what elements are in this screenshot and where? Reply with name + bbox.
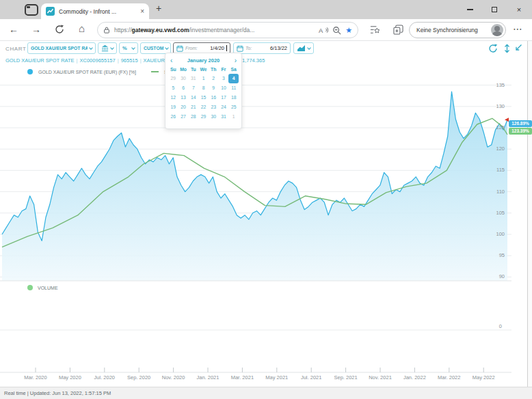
window-minimize-button[interactable] bbox=[460, 3, 480, 16]
calendar-day[interactable]: 21 bbox=[188, 102, 198, 112]
browser-menu-icon[interactable]: ⋯ bbox=[513, 22, 522, 36]
tab-title: Commodity - Infront ... bbox=[59, 8, 136, 15]
calendar-day[interactable]: 16 bbox=[209, 93, 219, 102]
calendar-month-label[interactable]: January 2020 bbox=[172, 57, 234, 64]
from-value: 1/4/20 bbox=[210, 45, 224, 51]
calendar-day[interactable]: 1 bbox=[198, 74, 209, 83]
symbol-isin: XC0009655157 bbox=[80, 57, 116, 64]
x-axis-tick-label: Sep. 2021 bbox=[329, 374, 363, 381]
lock-icon bbox=[103, 26, 110, 34]
calendar-next-icon[interactable]: › bbox=[235, 57, 237, 65]
expand-vertical-icon[interactable] bbox=[503, 44, 511, 53]
tab-actions-icon[interactable] bbox=[25, 4, 38, 16]
last-price-badge: 126.89% bbox=[509, 120, 532, 127]
calendar-weekday: Th bbox=[209, 66, 219, 74]
svg-text:A: A bbox=[319, 27, 323, 34]
y-axis-tick-label: 120 bbox=[488, 146, 505, 152]
calendar-days-grid: 2930311234567891011121314151617181920212… bbox=[165, 74, 241, 122]
calendar-day-selected[interactable]: 4 bbox=[228, 74, 239, 83]
x-axis-tick-label: Nov. 2021 bbox=[363, 374, 397, 381]
calendar-day[interactable]: 26 bbox=[168, 112, 178, 122]
bank-icon bbox=[101, 44, 109, 52]
price-chart-canvas[interactable] bbox=[0, 75, 532, 389]
symbol-info-line: GOLD XAU/EUR SPOT RATE|XC0009655157|9655… bbox=[5, 57, 185, 64]
read-aloud-icon[interactable]: A bbox=[319, 26, 328, 34]
calendar-day[interactable]: 18 bbox=[228, 93, 239, 102]
calendar-day[interactable]: 9 bbox=[209, 83, 219, 93]
exchange-select[interactable] bbox=[98, 42, 117, 54]
calendar-weekday: Tu bbox=[188, 66, 198, 74]
calendar-day[interactable]: 15 bbox=[198, 93, 209, 102]
tab-close-icon[interactable]: × bbox=[140, 8, 144, 15]
calendar-day[interactable]: 30 bbox=[209, 112, 219, 122]
unit-percent-select[interactable]: % bbox=[119, 42, 138, 54]
calendar-day[interactable]: 20 bbox=[178, 102, 189, 112]
calendar-weekday: Mo bbox=[178, 66, 189, 74]
calendar-day[interactable]: 13 bbox=[178, 93, 189, 102]
y-axis-tick-label: 125 bbox=[488, 124, 505, 130]
chevron-down-icon bbox=[110, 46, 114, 50]
area-chart-icon bbox=[297, 44, 306, 52]
calendar-day[interactable]: 8 bbox=[198, 83, 209, 93]
browser-tab[interactable]: Commodity - Infront ... × bbox=[41, 3, 149, 19]
calendar-day[interactable]: 31 bbox=[219, 112, 229, 122]
forward-icon[interactable]: → bbox=[31, 23, 41, 36]
calendar-day[interactable]: 28 bbox=[188, 112, 198, 122]
last-price-value: 1,774.365 bbox=[242, 57, 265, 64]
x-axis-tick-label: Nov. 2020 bbox=[157, 374, 191, 381]
calendar-day[interactable]: 2 bbox=[209, 74, 219, 83]
calendar-day[interactable]: 5 bbox=[168, 83, 178, 93]
calendar-day[interactable]: 6 bbox=[178, 83, 189, 93]
price-series-dot-icon bbox=[27, 69, 33, 74]
calendar-day[interactable]: 23 bbox=[209, 102, 219, 112]
calendar-day[interactable]: 27 bbox=[178, 112, 189, 122]
refresh-icon[interactable] bbox=[488, 44, 498, 53]
zoom-out-icon[interactable] bbox=[332, 26, 341, 35]
volume-axis-label: 0 bbox=[486, 323, 502, 329]
calendar-day[interactable]: 22 bbox=[198, 102, 209, 112]
symbol-select[interactable]: GOLD XAU/EUR SPOT RATE bbox=[27, 42, 96, 54]
profile-sync-button[interactable]: Keine Synchronisierung bbox=[409, 22, 506, 38]
text-cursor bbox=[226, 45, 227, 51]
scrollbar[interactable] bbox=[527, 41, 532, 387]
collections-icon[interactable] bbox=[393, 25, 403, 35]
chart-type-select[interactable] bbox=[293, 42, 314, 54]
calendar-weekday: Fr bbox=[219, 66, 229, 74]
address-bar[interactable]: https://gateway.eu.vwd.com/investmentman… bbox=[97, 22, 358, 38]
reload-icon[interactable] bbox=[55, 25, 64, 34]
calendar-day[interactable]: 1 bbox=[228, 112, 239, 122]
symbol-name[interactable]: GOLD XAU/EUR SPOT RATE bbox=[5, 57, 75, 64]
x-axis-tick-label: May 2022 bbox=[466, 374, 501, 381]
x-axis-tick-label: Mar. 2022 bbox=[432, 374, 466, 381]
collapse-icon[interactable] bbox=[514, 44, 522, 52]
calendar-day[interactable]: 7 bbox=[188, 83, 198, 93]
calendar-day[interactable]: 29 bbox=[168, 74, 178, 83]
date-to-input[interactable]: To: 6/13/22 bbox=[233, 42, 291, 54]
calendar-day[interactable]: 31 bbox=[188, 74, 198, 83]
calendar-day[interactable]: 17 bbox=[219, 93, 229, 102]
new-tab-button[interactable]: + bbox=[156, 3, 161, 14]
x-axis-tick-label: Jan. 2021 bbox=[191, 374, 225, 381]
favorite-star-icon[interactable]: ★ bbox=[345, 26, 352, 34]
calendar-day[interactable]: 30 bbox=[178, 74, 189, 83]
window-close-button[interactable]: × bbox=[509, 3, 529, 16]
from-label: From: bbox=[185, 46, 208, 51]
calendar-day[interactable]: 19 bbox=[168, 102, 178, 112]
x-axis-tick-label: Mar. 2020 bbox=[18, 374, 53, 381]
favorites-bar-icon[interactable] bbox=[370, 25, 380, 35]
calendar-day[interactable]: 3 bbox=[219, 74, 229, 83]
calendar-day[interactable]: 12 bbox=[168, 93, 178, 102]
chevron-down-icon bbox=[307, 46, 311, 50]
calendar-day[interactable]: 11 bbox=[228, 83, 239, 93]
calendar-day[interactable]: 25 bbox=[228, 102, 239, 112]
calendar-day[interactable]: 14 bbox=[188, 93, 198, 102]
home-icon[interactable]: ⌂ bbox=[79, 22, 85, 36]
y-axis-tick-label: 100 bbox=[488, 231, 505, 237]
window-maximize-button[interactable] bbox=[484, 3, 505, 16]
calendar-day[interactable]: 24 bbox=[219, 102, 229, 112]
back-icon[interactable]: ← bbox=[9, 23, 18, 36]
symbol-wkn: 965515 bbox=[121, 57, 138, 64]
calendar-day[interactable]: 29 bbox=[198, 112, 209, 122]
y-axis-tick-label: 110 bbox=[488, 189, 505, 195]
calendar-day[interactable]: 10 bbox=[219, 83, 229, 93]
